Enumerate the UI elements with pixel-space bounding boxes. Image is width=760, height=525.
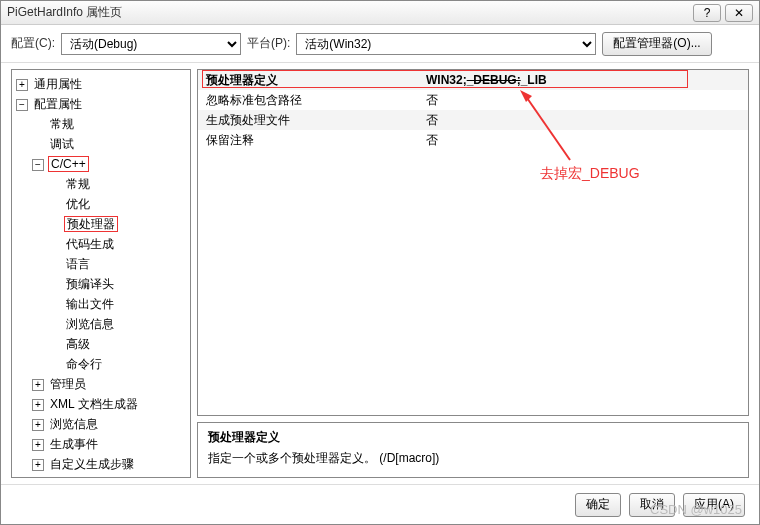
grid-value[interactable]: 否 xyxy=(418,92,748,109)
expander-icon[interactable]: − xyxy=(32,159,44,171)
grid-row[interactable]: 保留注释 否 xyxy=(198,130,748,150)
platform-label: 平台(P): xyxy=(247,35,290,52)
tree-preprocessor[interactable]: 预处理器 xyxy=(64,216,118,232)
grid-name: 保留注释 xyxy=(198,132,418,149)
tree-item[interactable]: 语言 xyxy=(64,257,92,271)
tree-item[interactable]: 预编译头 xyxy=(64,277,116,291)
grid-name: 忽略标准包含路径 xyxy=(198,92,418,109)
close-button[interactable]: ✕ xyxy=(725,4,753,22)
dialog-body: +通用属性 −配置属性 常规 调试 −C/C++ 常规 优化 预处理器 代码生成 xyxy=(1,63,759,484)
description-panel: 预处理器定义 指定一个或多个预处理器定义。 (/D[macro]) xyxy=(197,422,749,478)
config-manager-button[interactable]: 配置管理器(O)... xyxy=(602,32,711,56)
grid-row[interactable]: 忽略标准包含路径 否 xyxy=(198,90,748,110)
toolbar: 配置(C): 活动(Debug) 平台(P): 活动(Win32) 配置管理器(… xyxy=(1,25,759,63)
tree-item[interactable]: 生成事件 xyxy=(48,437,100,451)
grid-value[interactable]: 否 xyxy=(418,132,748,149)
config-select[interactable]: 活动(Debug) xyxy=(61,33,241,55)
expander-icon[interactable]: + xyxy=(32,439,44,451)
ok-button[interactable]: 确定 xyxy=(575,493,621,517)
description-body: 指定一个或多个预处理器定义。 (/D[macro]) xyxy=(208,450,738,467)
grid-row-preprocessor-defs[interactable]: 预处理器定义 WIN32;_DEBUG;_LIB xyxy=(198,70,748,90)
action-bar: 确定 取消 应用(A) xyxy=(1,484,759,524)
tree-item[interactable]: 常规 xyxy=(64,177,92,191)
tree-item[interactable]: 输出文件 xyxy=(64,297,116,311)
help-button[interactable]: ? xyxy=(693,4,721,22)
config-label: 配置(C): xyxy=(11,35,55,52)
tree-general-props[interactable]: 通用属性 xyxy=(32,77,84,91)
grid-value[interactable]: 否 xyxy=(418,112,748,129)
grid-value[interactable]: WIN32;_DEBUG;_LIB xyxy=(418,73,748,87)
grid-name: 预处理器定义 xyxy=(198,72,418,89)
cancel-button[interactable]: 取消 xyxy=(629,493,675,517)
window-title: PiGetHardInfo 属性页 xyxy=(7,4,689,21)
tree-item[interactable]: 自定义生成步骤 xyxy=(48,457,136,471)
tree-item[interactable]: 常规 xyxy=(48,117,76,131)
tree-item[interactable]: 浏览信息 xyxy=(64,317,116,331)
property-grid[interactable]: 预处理器定义 WIN32;_DEBUG;_LIB 忽略标准包含路径 否 生成预处… xyxy=(197,69,749,416)
expander-icon[interactable]: + xyxy=(16,79,28,91)
grid-name: 生成预处理文件 xyxy=(198,112,418,129)
property-page-dialog: PiGetHardInfo 属性页 ? ✕ 配置(C): 活动(Debug) 平… xyxy=(0,0,760,525)
expander-icon[interactable]: + xyxy=(32,399,44,411)
grid-row[interactable]: 生成预处理文件 否 xyxy=(198,110,748,130)
expander-icon[interactable]: + xyxy=(32,459,44,471)
tree-item[interactable]: 调试 xyxy=(48,137,76,151)
tree-item[interactable]: 命令行 xyxy=(64,357,104,371)
expander-icon[interactable]: + xyxy=(32,379,44,391)
tree-panel[interactable]: +通用属性 −配置属性 常规 调试 −C/C++ 常规 优化 预处理器 代码生成 xyxy=(11,69,191,478)
description-title: 预处理器定义 xyxy=(208,429,738,446)
expander-icon[interactable]: + xyxy=(32,419,44,431)
tree-item[interactable]: XML 文档生成器 xyxy=(48,397,140,411)
right-panel: 预处理器定义 WIN32;_DEBUG;_LIB 忽略标准包含路径 否 生成预处… xyxy=(197,69,749,478)
platform-select[interactable]: 活动(Win32) xyxy=(296,33,596,55)
tree-item[interactable]: 优化 xyxy=(64,197,92,211)
tree-item[interactable]: 管理员 xyxy=(48,377,88,391)
tree-config-props[interactable]: 配置属性 xyxy=(32,97,84,111)
tree-item[interactable]: 高级 xyxy=(64,337,92,351)
tree-item[interactable]: 浏览信息 xyxy=(48,417,100,431)
tree-item[interactable]: 代码生成 xyxy=(64,237,116,251)
titlebar: PiGetHardInfo 属性页 ? ✕ xyxy=(1,1,759,25)
apply-button[interactable]: 应用(A) xyxy=(683,493,745,517)
expander-icon[interactable]: − xyxy=(16,99,28,111)
property-tree: +通用属性 −配置属性 常规 调试 −C/C++ 常规 优化 预处理器 代码生成 xyxy=(14,74,188,474)
tree-cpp[interactable]: C/C++ xyxy=(48,156,89,172)
